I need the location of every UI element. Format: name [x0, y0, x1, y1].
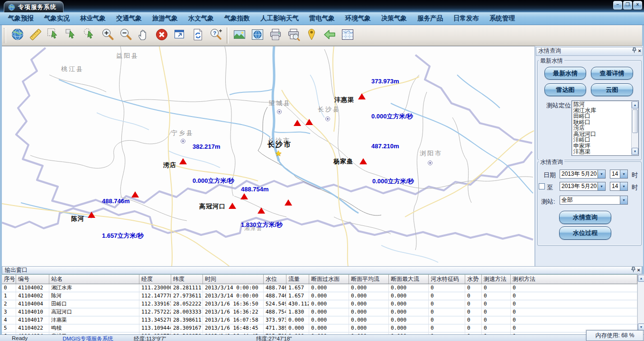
column-header-4[interactable]: 纬度 [171, 275, 203, 284]
date-from-combo[interactable]: 2013年 5月20日 ▼ [560, 170, 606, 179]
station-marker-icon[interactable] [258, 207, 265, 214]
pin-icon[interactable] [632, 47, 636, 55]
close-button[interactable]: × [633, 1, 642, 9]
menu-item-0[interactable]: 气象预报 [3, 14, 39, 23]
latest-water-button[interactable]: 最新水情 [544, 67, 586, 80]
scroll-up-icon[interactable]: ▲ [638, 275, 644, 282]
toolbar-new-window-button[interactable] [171, 27, 189, 44]
table-row[interactable]: 241104004田峪口112.33916728.0522222013/1/6 … [2, 300, 637, 308]
station-marker-icon[interactable] [359, 158, 367, 164]
menu-item-4[interactable]: 旅游气象 [147, 14, 183, 23]
station-marker-icon[interactable] [131, 191, 139, 197]
toolbar-world-view-button[interactable] [248, 27, 267, 44]
table-row[interactable]: 541104022鸣犊113.10944428.3091672013/1/6 1… [2, 324, 637, 332]
menu-item-5[interactable]: 水文气象 [183, 14, 219, 23]
pin-icon[interactable] [631, 267, 635, 274]
column-header-10[interactable]: 断面最大流 [389, 275, 429, 284]
column-header-8[interactable]: 断面过水面 [309, 275, 349, 284]
menu-item-12[interactable]: 日常发布 [448, 14, 484, 23]
toolbar-image-view-button[interactable] [230, 27, 248, 44]
column-header-11[interactable]: 河水特征码 [429, 275, 465, 284]
station-marker-icon[interactable] [179, 158, 187, 164]
toolbar-identify-button[interactable]: ? [207, 27, 225, 44]
panel-close-icon[interactable]: × [638, 47, 641, 54]
column-header-12[interactable]: 水势 [465, 275, 482, 284]
station-marker-icon[interactable] [229, 203, 236, 209]
dropdown-arrow-icon[interactable]: ▼ [598, 182, 605, 190]
listbox-scrollbar[interactable]: ▲ ▼ [631, 101, 638, 155]
station-list-item[interactable]: 陈河 [572, 101, 631, 108]
toolbar-refresh-button[interactable] [189, 27, 207, 44]
panel-close-icon[interactable]: × [637, 267, 640, 274]
toolbar-zoom-out-button[interactable] [117, 27, 135, 44]
toolbar-stop-button[interactable] [153, 27, 171, 44]
water-level-process-button[interactable]: 水位过程 [559, 226, 611, 240]
column-header-13[interactable]: 测速方法 [482, 275, 511, 284]
menu-item-10[interactable]: 决策气象 [376, 14, 412, 23]
station-list-item[interactable]: 沣峪口 [572, 137, 631, 143]
scrollbar-thumb[interactable] [632, 109, 638, 133]
station-marker-icon[interactable] [240, 193, 248, 199]
water-query-button[interactable]: 水情查询 [559, 211, 611, 224]
toolbar-select-area-button[interactable] [81, 27, 99, 44]
table-row[interactable]: 441104017沣惠渠113.34527828.3986112013/1/6 … [2, 316, 637, 324]
menu-item-2[interactable]: 林业气象 [75, 14, 111, 23]
menu-item-11[interactable]: 服务产品 [412, 14, 448, 23]
column-header-6[interactable]: 水位 [264, 275, 286, 284]
column-header-14[interactable]: 测积方法 [511, 275, 637, 284]
dropdown-arrow-icon[interactable]: ▼ [620, 170, 627, 178]
hour-from-combo[interactable]: 14 ▼ [610, 170, 628, 179]
station-marker-icon[interactable] [294, 120, 301, 126]
station-marker-icon[interactable] [358, 93, 366, 99]
station-list-item[interactable]: 沣惠渠 [572, 149, 631, 155]
toolbar-pan-button[interactable] [135, 27, 153, 44]
station-list-item[interactable]: 涝店 [572, 125, 631, 131]
toolbar-back-button[interactable] [321, 27, 339, 44]
column-header-3[interactable]: 经度 [139, 275, 171, 284]
dropdown-arrow-icon[interactable]: ▼ [620, 196, 627, 204]
toolbar-print-button[interactable] [267, 27, 285, 44]
table-row[interactable]: 341104010高冠河口112.75722228.0033332013/1/6… [2, 308, 637, 316]
menu-item-6[interactable]: 气象指数 [219, 14, 255, 23]
maximize-button[interactable]: ❐ [623, 1, 632, 9]
toolbar-locate-button[interactable] [303, 27, 321, 44]
toolbar-measure-button[interactable] [27, 27, 45, 44]
cloud-image-button[interactable]: 云图 [591, 83, 633, 96]
date-to-combo[interactable]: 2013年 5月20日 ▼ [560, 182, 606, 191]
toolbar-zoom-in-button[interactable] [99, 27, 117, 44]
date-to-checkbox[interactable] [539, 183, 545, 189]
table-row[interactable]: 041104002湘江水库111.23000028.2811112013/3/1… [2, 284, 637, 292]
menu-item-7[interactable]: 人工影响天气 [255, 14, 304, 23]
scroll-down-icon[interactable]: ▼ [632, 148, 638, 155]
toolbar-globe-button[interactable] [9, 27, 27, 44]
menu-item-13[interactable]: 系统管理 [484, 14, 520, 23]
menu-item-1[interactable]: 气象实况 [39, 14, 75, 23]
hour-to-combo[interactable]: 14 ▼ [610, 182, 628, 191]
station-listbox[interactable]: 陈河湘江水库田峪口耿峪口涝店高冠河口沣峪口申家坪沣惠渠 ▲ ▼ [571, 100, 639, 156]
column-header-9[interactable]: 断面平均流 [349, 275, 389, 284]
station-marker-icon[interactable] [285, 199, 292, 206]
menu-item-3[interactable]: 交通气象 [111, 14, 147, 23]
station-marker-icon[interactable] [88, 212, 95, 218]
radar-chart-button[interactable]: 雷达图 [544, 83, 586, 96]
table-row[interactable]: 141104002陈河112.14777827.9736112013/3/14 … [2, 292, 637, 300]
column-header-0[interactable]: 序号 [2, 275, 16, 284]
dropdown-arrow-icon[interactable]: ▼ [598, 170, 605, 178]
column-header-2[interactable]: 站名 [49, 275, 139, 284]
menu-item-8[interactable]: 雷电气象 [304, 14, 340, 23]
view-details-button[interactable]: 查看详情 [591, 67, 633, 80]
toolbar-print-preview-button[interactable] [285, 27, 303, 44]
dropdown-arrow-icon[interactable]: ▼ [620, 182, 627, 190]
scroll-up-icon[interactable]: ▲ [632, 101, 638, 108]
minimize-button[interactable]: – [613, 1, 622, 9]
toolbar-grip[interactable] [4, 28, 6, 43]
column-header-5[interactable]: 时间 [203, 275, 264, 284]
scroll-down-icon[interactable]: ▼ [638, 323, 644, 331]
station-combo[interactable]: 全部 ▼ [560, 196, 628, 205]
column-header-1[interactable]: 编号 [16, 275, 49, 284]
toolbar-select-features-button[interactable] [45, 27, 63, 44]
table-scrollbar[interactable]: ▲ ▼ [637, 274, 644, 334]
map-canvas[interactable]: 益阳县桃江县宁乡县望城县长沙县浏阳市长沙市湘潭县长沙市沣惠渠涝店杨家蛊高冠河口陈… [2, 46, 534, 267]
station-marker-icon[interactable] [305, 119, 313, 125]
toolbar-select-button[interactable] [63, 27, 81, 44]
